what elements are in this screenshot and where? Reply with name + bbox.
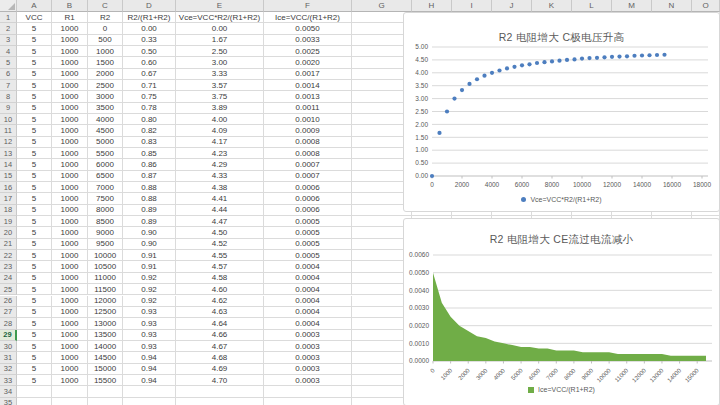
cell-B5[interactable]: 1000	[52, 57, 88, 68]
cell-C33[interactable]: 15500	[88, 375, 123, 386]
cell-C18[interactable]: 8000	[88, 205, 123, 216]
cell-E17[interactable]: 4.41	[176, 193, 264, 204]
cell-A22[interactable]: 5	[17, 250, 52, 261]
cell-D19[interactable]: 0.89	[123, 216, 176, 227]
cell-D10[interactable]: 0.80	[123, 114, 176, 125]
cell-C16[interactable]: 7000	[88, 182, 123, 193]
cell-C3[interactable]: 500	[88, 35, 123, 46]
cell-C28[interactable]: 13000	[88, 318, 123, 329]
cell-D22[interactable]: 0.91	[123, 250, 176, 261]
row-header-17[interactable]: 17	[0, 193, 17, 204]
cell-F14[interactable]: 0.0007	[264, 159, 352, 170]
cell-D30[interactable]: 0.93	[123, 341, 176, 352]
cell-C5[interactable]: 1500	[88, 57, 123, 68]
cell-E31[interactable]: 4.68	[176, 352, 264, 363]
cell-C14[interactable]: 6000	[88, 159, 123, 170]
cell-B19[interactable]: 1000	[52, 216, 88, 227]
cell-F12[interactable]: 0.0008	[264, 137, 352, 148]
cell-D18[interactable]: 0.89	[123, 205, 176, 216]
cell-A30[interactable]: 5	[17, 341, 52, 352]
cell-A25[interactable]: 5	[17, 284, 52, 295]
cell-C19[interactable]: 8500	[88, 216, 123, 227]
column-header-D[interactable]: D	[123, 0, 176, 12]
cell-A21[interactable]: 5	[17, 239, 52, 250]
cell-D34[interactable]	[123, 386, 176, 397]
cell-F5[interactable]: 0.0020	[264, 57, 352, 68]
cell-C4[interactable]: 1000	[88, 46, 123, 57]
cell-E32[interactable]: 4.69	[176, 364, 264, 375]
cell-D27[interactable]: 0.93	[123, 307, 176, 318]
cell-B34[interactable]	[52, 386, 88, 397]
cell-E26[interactable]: 4.62	[176, 296, 264, 307]
row-header-11[interactable]: 11	[0, 125, 17, 136]
cell-E22[interactable]: 4.55	[176, 250, 264, 261]
row-header-35[interactable]: 35	[0, 398, 17, 405]
cell-A8[interactable]: 5	[17, 91, 52, 102]
cell-B33[interactable]: 1000	[52, 375, 88, 386]
cell-E16[interactable]: 4.38	[176, 182, 264, 193]
cell-E21[interactable]: 4.52	[176, 239, 264, 250]
column-header-G[interactable]: G	[352, 0, 412, 12]
cell-F31[interactable]: 0.0003	[264, 352, 352, 363]
column-header-L[interactable]: L	[572, 0, 612, 12]
cell-F21[interactable]: 0.0005	[264, 239, 352, 250]
cell-A13[interactable]: 5	[17, 148, 52, 159]
cell-E34[interactable]	[176, 386, 264, 397]
cell-D23[interactable]: 0.91	[123, 261, 176, 272]
cell-E29[interactable]: 4.66	[176, 330, 264, 341]
cell-B24[interactable]: 1000	[52, 273, 88, 284]
cell-A14[interactable]: 5	[17, 159, 52, 170]
cell-A11[interactable]: 5	[17, 125, 52, 136]
cell-C21[interactable]: 9500	[88, 239, 123, 250]
cell-B22[interactable]: 1000	[52, 250, 88, 261]
cell-E1[interactable]: Vce=VCC*R2/(R1+R2)	[176, 12, 264, 23]
row-header-22[interactable]: 22	[0, 250, 17, 261]
cell-C32[interactable]: 15000	[88, 364, 123, 375]
cell-D21[interactable]: 0.90	[123, 239, 176, 250]
cell-B30[interactable]: 1000	[52, 341, 88, 352]
cell-E14[interactable]: 4.29	[176, 159, 264, 170]
cell-A20[interactable]: 5	[17, 227, 52, 238]
cell-F2[interactable]: 0.0050	[264, 23, 352, 34]
cell-E9[interactable]: 3.89	[176, 103, 264, 114]
column-header-M[interactable]: M	[612, 0, 652, 12]
cell-F9[interactable]: 0.0011	[264, 103, 352, 114]
cell-B35[interactable]	[52, 398, 88, 405]
cell-F32[interactable]: 0.0003	[264, 364, 352, 375]
cell-A17[interactable]: 5	[17, 193, 52, 204]
cell-C2[interactable]: 0	[88, 23, 123, 34]
row-header-16[interactable]: 16	[0, 182, 17, 193]
cell-E13[interactable]: 4.23	[176, 148, 264, 159]
row-header-20[interactable]: 20	[0, 227, 17, 238]
cell-C7[interactable]: 2500	[88, 80, 123, 91]
cell-E33[interactable]: 4.70	[176, 375, 264, 386]
cell-F8[interactable]: 0.0013	[264, 91, 352, 102]
cell-F16[interactable]: 0.0006	[264, 182, 352, 193]
cell-B16[interactable]: 1000	[52, 182, 88, 193]
cell-D9[interactable]: 0.78	[123, 103, 176, 114]
cell-C22[interactable]: 10000	[88, 250, 123, 261]
column-header-E[interactable]: E	[176, 0, 264, 12]
cell-D33[interactable]: 0.94	[123, 375, 176, 386]
cell-F30[interactable]: 0.0003	[264, 341, 352, 352]
cell-E35[interactable]	[176, 398, 264, 405]
cell-D28[interactable]: 0.93	[123, 318, 176, 329]
cell-D35[interactable]	[123, 398, 176, 405]
cell-E19[interactable]: 4.47	[176, 216, 264, 227]
cell-C23[interactable]: 10500	[88, 261, 123, 272]
cell-F33[interactable]: 0.0003	[264, 375, 352, 386]
cell-A27[interactable]: 5	[17, 307, 52, 318]
column-header-J[interactable]: J	[492, 0, 532, 12]
cell-A12[interactable]: 5	[17, 137, 52, 148]
cell-E25[interactable]: 4.60	[176, 284, 264, 295]
row-header-2[interactable]: 2	[0, 23, 17, 34]
row-header-14[interactable]: 14	[0, 159, 17, 170]
row-header-18[interactable]: 18	[0, 205, 17, 216]
cell-D7[interactable]: 0.71	[123, 80, 176, 91]
cell-F10[interactable]: 0.0010	[264, 114, 352, 125]
cell-F6[interactable]: 0.0017	[264, 69, 352, 80]
cell-B2[interactable]: 1000	[52, 23, 88, 34]
row-header-10[interactable]: 10	[0, 114, 17, 125]
row-header-29[interactable]: 29	[0, 330, 17, 341]
cell-B9[interactable]: 1000	[52, 103, 88, 114]
